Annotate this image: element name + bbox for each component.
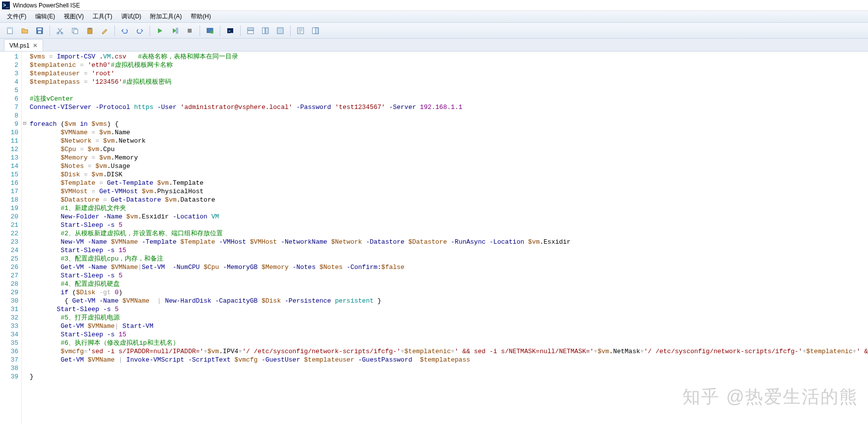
menu-debug[interactable]: 调试(D) [117, 11, 146, 22]
svg-rect-17 [248, 28, 254, 30]
menu-help[interactable]: 帮助(H) [187, 11, 215, 22]
toolbar-separator [50, 25, 50, 36]
code-area[interactable]: $vms = Import-CSV .VM.csv #表格名称，表格和脚本在同一… [28, 52, 868, 424]
svg-rect-3 [38, 28, 42, 30]
toolbar-separator [150, 25, 150, 36]
toolbar-separator [240, 25, 241, 36]
clear-button[interactable] [98, 24, 111, 37]
svg-rect-4 [38, 31, 41, 33]
new-file-button[interactable] [3, 24, 17, 37]
tab-label: VM.ps1 [9, 42, 30, 49]
menu-edit[interactable]: 编辑(E) [31, 11, 59, 22]
powershell-tab-button[interactable]: >_ [223, 24, 237, 37]
line-number-gutter: 1234567891011121314151617181920212223242… [0, 52, 22, 424]
toolbar-separator [114, 25, 115, 36]
copy-button[interactable] [68, 24, 82, 37]
svg-rect-24 [315, 28, 318, 34]
close-tab-icon[interactable]: ✕ [33, 42, 38, 49]
app-icon: >_ [2, 1, 10, 9]
save-button[interactable] [33, 24, 47, 37]
svg-text:>_: >_ [228, 29, 233, 33]
menu-addons[interactable]: 附加工具(A) [146, 11, 186, 22]
editor: 1234567891011121314151617181920212223242… [0, 52, 868, 424]
svg-rect-10 [89, 28, 91, 29]
toolbar-separator [220, 25, 220, 36]
menu-view[interactable]: 视图(V) [60, 11, 88, 22]
paste-button[interactable] [83, 24, 97, 37]
svg-rect-21 [277, 28, 283, 34]
run-selection-button[interactable] [168, 24, 182, 37]
toolbar-separator [200, 25, 200, 36]
svg-rect-12 [188, 29, 192, 33]
svg-rect-1 [7, 28, 12, 29]
show-script-right-button[interactable] [258, 24, 272, 37]
tabbar: VM.ps1 ✕ [0, 39, 868, 52]
toolbar-separator [290, 25, 291, 36]
menu-file[interactable]: 文件(F) [3, 11, 30, 22]
show-script-max-button[interactable] [273, 24, 287, 37]
undo-button[interactable] [118, 24, 132, 37]
cut-button[interactable] [53, 24, 67, 37]
svg-point-14 [210, 31, 213, 34]
stop-button[interactable] [183, 24, 197, 37]
show-script-top-button[interactable] [244, 24, 257, 37]
toolbar: >_ [0, 23, 868, 39]
svg-rect-20 [265, 28, 268, 34]
svg-rect-18 [248, 31, 254, 34]
new-remote-button[interactable] [203, 24, 217, 37]
fold-column: ⊟ [22, 52, 28, 424]
menubar: 文件(F) 编辑(E) 视图(V) 工具(T) 调试(D) 附加工具(A) 帮助… [0, 11, 868, 23]
script-tab[interactable]: VM.ps1 ✕ [4, 39, 43, 51]
show-command-button[interactable] [294, 24, 307, 37]
window-title: Windows PowerShell ISE [13, 2, 80, 9]
open-file-button[interactable] [18, 24, 32, 37]
svg-rect-11 [176, 28, 178, 33]
svg-rect-19 [262, 28, 265, 34]
titlebar: >_ Windows PowerShell ISE [0, 0, 868, 11]
menu-tools[interactable]: 工具(T) [89, 11, 116, 22]
redo-button[interactable] [133, 24, 147, 37]
svg-rect-8 [74, 29, 78, 34]
show-command-addon-button[interactable] [308, 24, 322, 37]
run-button[interactable] [153, 24, 167, 37]
